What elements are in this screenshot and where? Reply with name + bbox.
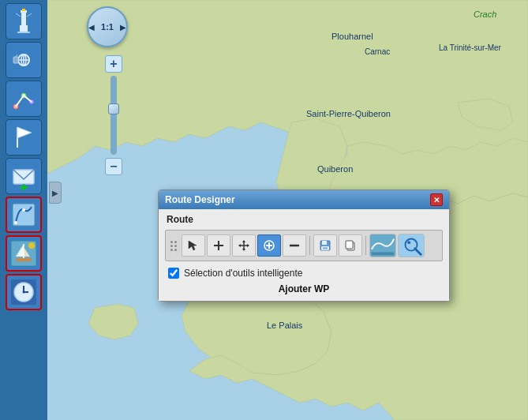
svg-rect-28: [16, 258, 32, 261]
route-tool-chart2[interactable]: [398, 234, 425, 257]
route-tool-chart1[interactable]: [369, 234, 396, 257]
scale-control: ◀ 1:1 ▶: [87, 6, 128, 47]
route-tool-separator-1: [309, 236, 310, 255]
svg-marker-35: [189, 241, 197, 250]
route-dialog-title: Route Designer: [165, 194, 235, 205]
route-toolbar-drag-handle[interactable]: [170, 241, 177, 251]
toolbar-btn-nav[interactable]: [6, 197, 42, 233]
scale-right-arrow[interactable]: ▶: [120, 23, 126, 32]
svg-rect-55: [372, 252, 394, 255]
route-action-label: Ajouter WP: [165, 280, 443, 296]
toolbar-btn-tower[interactable]: [6, 3, 42, 39]
zoom-minus-button[interactable]: −: [105, 158, 122, 175]
route-tool-separator-2: [365, 236, 366, 255]
svg-rect-4: [17, 32, 30, 33]
svg-point-22: [22, 208, 25, 212]
route-dialog-content: Route: [159, 209, 449, 301]
route-section-label: Route: [165, 214, 443, 225]
svg-point-34: [23, 291, 25, 294]
expand-sidebar-arrow[interactable]: ▶: [49, 182, 62, 204]
route-designer-dialog: Route Designer ✕ Route: [158, 189, 450, 302]
svg-rect-12: [13, 57, 18, 63]
scale-left-arrow[interactable]: ◀: [88, 23, 95, 32]
toolbar-btn-route[interactable]: [6, 81, 42, 117]
toolbar-btn-weather[interactable]: [6, 235, 42, 272]
svg-rect-3: [20, 25, 28, 32]
route-tool-select[interactable]: [182, 234, 205, 257]
route-dialog-close-button[interactable]: ✕: [430, 193, 443, 206]
toolbar-btn-flag[interactable]: [6, 119, 42, 156]
svg-marker-18: [17, 127, 32, 138]
scale-value: 1:1: [101, 22, 114, 32]
route-smart-label: Sélection d'outils intelligente: [184, 268, 302, 279]
route-smart-checkbox[interactable]: [168, 268, 179, 279]
toolbar-btn-satellite[interactable]: [6, 42, 42, 78]
svg-marker-41: [242, 249, 245, 251]
svg-point-29: [28, 242, 35, 249]
route-dialog-titlebar[interactable]: Route Designer ✕: [159, 190, 449, 209]
toolbar-btn-clock[interactable]: [6, 274, 42, 310]
route-smart-select: Sélection d'outils intelligente: [165, 266, 443, 280]
route-tool-move[interactable]: [232, 234, 256, 257]
svg-rect-2: [21, 13, 26, 25]
svg-rect-51: [323, 247, 328, 249]
zoom-slider-track[interactable]: [110, 76, 117, 155]
left-toolbar: [0, 0, 47, 420]
toolbar-btn-email[interactable]: [6, 158, 42, 194]
svg-rect-53: [346, 241, 353, 249]
svg-line-6: [16, 13, 21, 17]
svg-marker-42: [238, 244, 241, 247]
svg-line-7: [27, 13, 32, 17]
zoom-plus-button[interactable]: +: [105, 55, 122, 73]
route-tool-copy[interactable]: [339, 234, 362, 257]
zoom-control: + −: [105, 55, 122, 175]
svg-rect-5: [22, 9, 25, 11]
route-tool-delete[interactable]: [283, 234, 306, 257]
svg-marker-40: [242, 240, 245, 242]
route-tool-add-wp-active[interactable]: [257, 234, 281, 257]
route-tool-save[interactable]: [313, 234, 337, 257]
svg-point-23: [14, 221, 17, 224]
zoom-slider-thumb[interactable]: [108, 103, 119, 114]
svg-point-59: [407, 241, 410, 244]
route-toolbar: [165, 230, 443, 261]
svg-rect-49: [322, 241, 327, 245]
route-tool-add-wp[interactable]: [207, 234, 230, 257]
svg-marker-43: [247, 244, 249, 247]
